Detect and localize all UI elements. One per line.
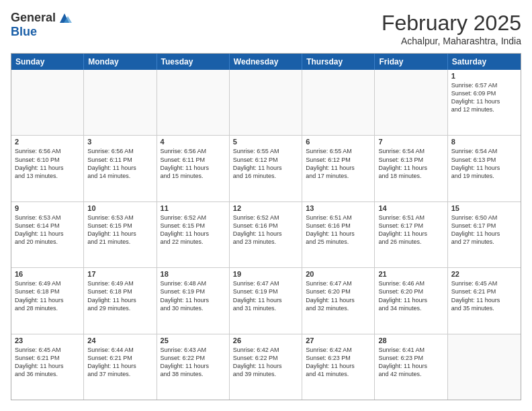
logo: General Blue (11, 11, 72, 39)
header-day-tuesday: Tuesday (157, 54, 230, 70)
table-row: 9Sunrise: 6:53 AM Sunset: 6:14 PM Daylig… (11, 202, 84, 267)
day-number: 2 (15, 138, 80, 146)
table-row: 25Sunrise: 6:43 AM Sunset: 6:22 PM Dayli… (157, 334, 230, 400)
day-info: Sunrise: 6:55 AM Sunset: 6:12 PM Dayligh… (233, 147, 298, 180)
day-number: 18 (161, 270, 226, 278)
day-info: Sunrise: 6:51 AM Sunset: 6:17 PM Dayligh… (378, 214, 443, 246)
day-info: Sunrise: 6:53 AM Sunset: 6:14 PM Dayligh… (15, 214, 80, 246)
day-info: Sunrise: 6:57 AM Sunset: 6:09 PM Dayligh… (451, 81, 517, 114)
table-row (84, 70, 157, 135)
day-info: Sunrise: 6:51 AM Sunset: 6:16 PM Dayligh… (306, 214, 371, 246)
day-info: Sunrise: 6:41 AM Sunset: 6:23 PM Dayligh… (378, 346, 443, 379)
location: Achalpur, Maharashtra, India (382, 36, 521, 46)
table-row: 28Sunrise: 6:41 AM Sunset: 6:23 PM Dayli… (375, 334, 447, 400)
table-row: 16Sunrise: 6:49 AM Sunset: 6:18 PM Dayli… (11, 268, 84, 333)
header-day-monday: Monday (84, 54, 157, 70)
day-number: 10 (87, 204, 152, 212)
page: General Blue February 2025 Achalpur, Mah… (0, 0, 532, 411)
day-info: Sunrise: 6:52 AM Sunset: 6:16 PM Dayligh… (233, 214, 298, 246)
day-number: 5 (233, 138, 298, 146)
table-row: 26Sunrise: 6:42 AM Sunset: 6:22 PM Dayli… (230, 334, 302, 400)
day-info: Sunrise: 6:47 AM Sunset: 6:20 PM Dayligh… (306, 279, 371, 312)
week-row-3: 16Sunrise: 6:49 AM Sunset: 6:18 PM Dayli… (11, 268, 521, 334)
table-row (230, 70, 302, 135)
table-row (302, 70, 375, 135)
day-info: Sunrise: 6:56 AM Sunset: 6:10 PM Dayligh… (15, 147, 80, 180)
day-info: Sunrise: 6:54 AM Sunset: 6:13 PM Dayligh… (378, 147, 443, 180)
table-row: 24Sunrise: 6:44 AM Sunset: 6:21 PM Dayli… (84, 334, 157, 400)
table-row: 21Sunrise: 6:46 AM Sunset: 6:20 PM Dayli… (375, 268, 447, 333)
day-number: 26 (233, 336, 298, 345)
table-row: 12Sunrise: 6:52 AM Sunset: 6:16 PM Dayli… (230, 202, 302, 267)
header-day-thursday: Thursday (302, 54, 375, 70)
header-day-wednesday: Wednesday (230, 54, 302, 70)
day-info: Sunrise: 6:48 AM Sunset: 6:19 PM Dayligh… (161, 279, 226, 312)
day-info: Sunrise: 6:49 AM Sunset: 6:18 PM Dayligh… (87, 279, 152, 312)
day-info: Sunrise: 6:54 AM Sunset: 6:13 PM Dayligh… (451, 147, 517, 180)
day-info: Sunrise: 6:47 AM Sunset: 6:19 PM Dayligh… (233, 279, 298, 312)
logo-general: General (11, 11, 56, 25)
table-row: 19Sunrise: 6:47 AM Sunset: 6:19 PM Dayli… (230, 268, 302, 333)
day-number: 14 (378, 204, 443, 212)
week-row-1: 2Sunrise: 6:56 AM Sunset: 6:10 PM Daylig… (11, 136, 521, 201)
title-block: February 2025 Achalpur, Maharashtra, Ind… (382, 11, 521, 46)
calendar-header: SundayMondayTuesdayWednesdayThursdayFrid… (11, 54, 521, 70)
day-number: 9 (15, 204, 80, 212)
logo-icon (57, 11, 72, 26)
table-row: 27Sunrise: 6:42 AM Sunset: 6:23 PM Dayli… (302, 334, 375, 400)
day-info: Sunrise: 6:43 AM Sunset: 6:22 PM Dayligh… (161, 346, 226, 379)
table-row: 15Sunrise: 6:50 AM Sunset: 6:17 PM Dayli… (448, 202, 521, 267)
table-row: 3Sunrise: 6:56 AM Sunset: 6:11 PM Daylig… (84, 136, 157, 201)
day-number: 16 (15, 270, 80, 278)
day-number: 13 (306, 204, 371, 212)
header: General Blue February 2025 Achalpur, Mah… (11, 11, 521, 46)
day-info: Sunrise: 6:50 AM Sunset: 6:17 PM Dayligh… (451, 214, 517, 246)
table-row (11, 70, 84, 135)
table-row: 23Sunrise: 6:45 AM Sunset: 6:21 PM Dayli… (11, 334, 84, 400)
table-row: 4Sunrise: 6:56 AM Sunset: 6:11 PM Daylig… (157, 136, 230, 201)
day-info: Sunrise: 6:55 AM Sunset: 6:12 PM Dayligh… (306, 147, 371, 180)
day-number: 23 (15, 336, 80, 345)
table-row: 2Sunrise: 6:56 AM Sunset: 6:10 PM Daylig… (11, 136, 84, 201)
day-number: 3 (87, 138, 152, 146)
calendar-body: 1Sunrise: 6:57 AM Sunset: 6:09 PM Daylig… (11, 70, 521, 400)
month-title: February 2025 (382, 11, 521, 36)
header-day-friday: Friday (375, 54, 447, 70)
day-number: 25 (161, 336, 226, 345)
day-info: Sunrise: 6:44 AM Sunset: 6:21 PM Dayligh… (87, 346, 152, 379)
day-info: Sunrise: 6:52 AM Sunset: 6:15 PM Dayligh… (161, 214, 226, 246)
day-info: Sunrise: 6:53 AM Sunset: 6:15 PM Dayligh… (87, 214, 152, 246)
table-row: 6Sunrise: 6:55 AM Sunset: 6:12 PM Daylig… (302, 136, 375, 201)
week-row-2: 9Sunrise: 6:53 AM Sunset: 6:14 PM Daylig… (11, 202, 521, 268)
table-row: 18Sunrise: 6:48 AM Sunset: 6:19 PM Dayli… (157, 268, 230, 333)
day-number: 19 (233, 270, 298, 278)
table-row: 13Sunrise: 6:51 AM Sunset: 6:16 PM Dayli… (302, 202, 375, 267)
day-info: Sunrise: 6:46 AM Sunset: 6:20 PM Dayligh… (378, 279, 443, 312)
week-row-0: 1Sunrise: 6:57 AM Sunset: 6:09 PM Daylig… (11, 70, 521, 136)
table-row (157, 70, 230, 135)
day-info: Sunrise: 6:42 AM Sunset: 6:22 PM Dayligh… (233, 346, 298, 379)
table-row: 7Sunrise: 6:54 AM Sunset: 6:13 PM Daylig… (375, 136, 447, 201)
calendar: SundayMondayTuesdayWednesdayThursdayFrid… (11, 53, 521, 400)
logo-blue: Blue (11, 26, 72, 39)
day-info: Sunrise: 6:56 AM Sunset: 6:11 PM Dayligh… (87, 147, 152, 180)
day-number: 28 (378, 336, 443, 345)
table-row: 22Sunrise: 6:45 AM Sunset: 6:21 PM Dayli… (448, 268, 521, 333)
day-number: 6 (306, 138, 371, 146)
day-number: 1 (451, 72, 517, 80)
day-number: 20 (306, 270, 371, 278)
day-info: Sunrise: 6:45 AM Sunset: 6:21 PM Dayligh… (451, 279, 517, 312)
day-number: 12 (233, 204, 298, 212)
table-row: 10Sunrise: 6:53 AM Sunset: 6:15 PM Dayli… (84, 202, 157, 267)
day-info: Sunrise: 6:56 AM Sunset: 6:11 PM Dayligh… (161, 147, 226, 180)
day-number: 24 (87, 336, 152, 345)
table-row: 11Sunrise: 6:52 AM Sunset: 6:15 PM Dayli… (157, 202, 230, 267)
table-row (375, 70, 447, 135)
table-row: 20Sunrise: 6:47 AM Sunset: 6:20 PM Dayli… (302, 268, 375, 333)
day-info: Sunrise: 6:49 AM Sunset: 6:18 PM Dayligh… (15, 279, 80, 312)
day-number: 15 (451, 204, 517, 212)
table-row: 14Sunrise: 6:51 AM Sunset: 6:17 PM Dayli… (375, 202, 447, 267)
table-row (448, 334, 521, 400)
table-row: 5Sunrise: 6:55 AM Sunset: 6:12 PM Daylig… (230, 136, 302, 201)
day-number: 17 (87, 270, 152, 278)
